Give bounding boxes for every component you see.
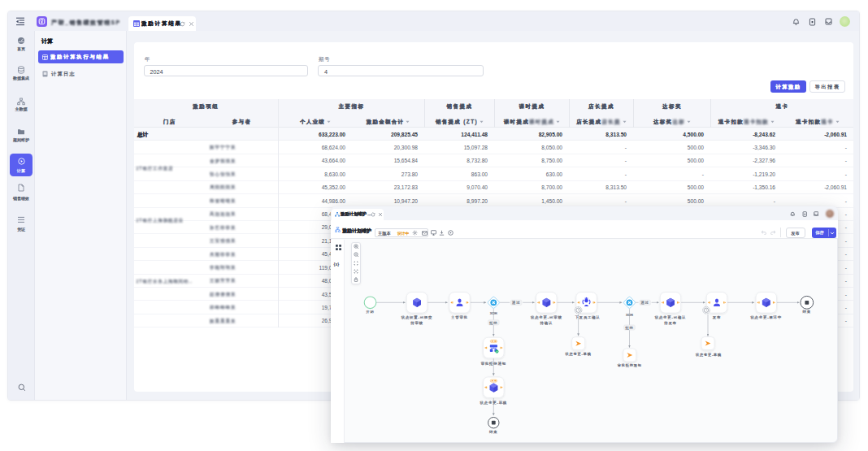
svg-text:下发员工确认: 下发员工确认 [575,315,600,319]
svg-text:状态变更-激活中: 状态变更-激活中 [749,315,782,319]
svg-text:发布: 发布 [713,315,721,319]
svg-text:状态变更-草稿: 状态变更-草稿 [695,353,722,357]
svg-text:待确认: 待确认 [540,321,553,326]
svg-text:审批拒绝通知: 审批拒绝通知 [618,363,642,367]
svg-text:通过: 通过 [640,300,649,305]
svg-text:通过: 通过 [511,300,520,305]
svg-text:XOR: XOR [626,313,633,317]
svg-text:状态变更-已审核: 状态变更-已审核 [530,315,562,319]
svg-text:拒绝: 拒绝 [624,326,633,330]
svg-text:状态变更-草稿: 状态变更-草稿 [480,401,507,405]
svg-text:状态变更-草稿: 状态变更-草稿 [565,352,592,356]
svg-text:主管审批: 主管审批 [451,315,468,319]
svg-text:拒绝: 拒绝 [488,321,497,325]
svg-text:审批拒绝通知: 审批拒绝通知 [481,361,506,366]
svg-text:XOR: XOR [490,311,497,315]
svg-text:结束: 结束 [489,430,497,434]
svg-text:状态变更-已确认: 状态变更-已确认 [654,315,687,319]
svg-text:结束: 结束 [803,310,811,314]
svg-text:待审核: 待审核 [410,321,423,326]
svg-text:待发布: 待发布 [664,321,677,326]
svg-text:状态设置-已提交: 状态设置-已提交 [401,315,433,319]
svg-text:开始: 开始 [366,310,374,314]
